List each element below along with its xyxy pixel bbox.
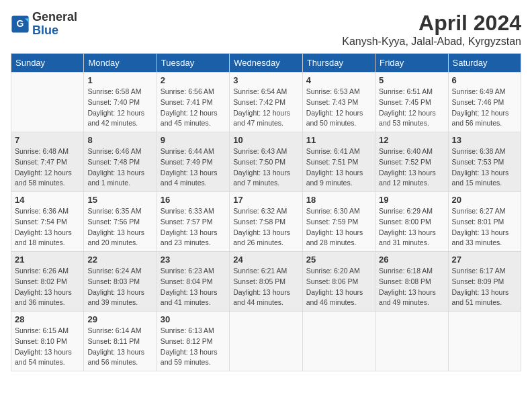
calendar-cell: 18Sunrise: 6:30 AM Sunset: 7:59 PM Dayli… xyxy=(302,192,375,252)
weekday-header-friday: Friday xyxy=(375,54,448,73)
day-info: Sunrise: 6:40 AM Sunset: 7:52 PM Dayligh… xyxy=(379,146,444,189)
calendar-cell: 13Sunrise: 6:38 AM Sunset: 7:53 PM Dayli… xyxy=(448,132,521,192)
day-info: Sunrise: 6:21 AM Sunset: 8:05 PM Dayligh… xyxy=(233,266,298,308)
day-number: 8 xyxy=(87,135,152,145)
day-info: Sunrise: 6:32 AM Sunset: 7:58 PM Dayligh… xyxy=(233,206,298,248)
day-number: 30 xyxy=(161,314,226,324)
calendar-cell: 16Sunrise: 6:33 AM Sunset: 7:57 PM Dayli… xyxy=(157,192,229,252)
calendar-cell: 25Sunrise: 6:20 AM Sunset: 8:06 PM Dayli… xyxy=(302,252,375,312)
location: Kanysh-Kyya, Jalal-Abad, Kyrgyzstan xyxy=(342,36,521,48)
calendar-cell: 7Sunrise: 6:48 AM Sunset: 7:47 PM Daylig… xyxy=(11,132,84,192)
day-info: Sunrise: 6:46 AM Sunset: 7:48 PM Dayligh… xyxy=(87,146,152,189)
calendar-cell: 21Sunrise: 6:26 AM Sunset: 8:02 PM Dayli… xyxy=(11,252,84,312)
day-number: 17 xyxy=(233,195,298,205)
calendar-cell: 5Sunrise: 6:51 AM Sunset: 7:45 PM Daylig… xyxy=(375,73,448,132)
day-info: Sunrise: 6:43 AM Sunset: 7:50 PM Dayligh… xyxy=(233,146,298,189)
calendar-cell xyxy=(11,73,84,132)
day-number: 19 xyxy=(379,195,444,205)
day-info: Sunrise: 6:17 AM Sunset: 8:09 PM Dayligh… xyxy=(452,266,517,308)
day-number: 28 xyxy=(15,314,80,324)
calendar-cell xyxy=(448,312,521,371)
calendar-cell xyxy=(375,312,448,371)
day-number: 27 xyxy=(452,255,517,265)
calendar-cell: 27Sunrise: 6:17 AM Sunset: 8:09 PM Dayli… xyxy=(448,252,521,312)
day-number: 2 xyxy=(161,75,226,85)
calendar-week-row: 14Sunrise: 6:36 AM Sunset: 7:54 PM Dayli… xyxy=(11,192,521,252)
day-number: 5 xyxy=(379,75,444,85)
day-number: 11 xyxy=(306,135,371,145)
calendar-cell: 24Sunrise: 6:21 AM Sunset: 8:05 PM Dayli… xyxy=(230,252,302,312)
day-number: 6 xyxy=(452,75,517,85)
day-info: Sunrise: 6:27 AM Sunset: 8:01 PM Dayligh… xyxy=(452,206,517,248)
day-info: Sunrise: 6:54 AM Sunset: 7:42 PM Dayligh… xyxy=(233,87,298,129)
calendar-cell: 6Sunrise: 6:49 AM Sunset: 7:46 PM Daylig… xyxy=(448,73,521,132)
calendar-week-row: 1Sunrise: 6:58 AM Sunset: 7:40 PM Daylig… xyxy=(11,73,521,132)
calendar-cell xyxy=(230,312,302,371)
day-info: Sunrise: 6:26 AM Sunset: 8:02 PM Dayligh… xyxy=(15,266,80,308)
day-number: 10 xyxy=(233,135,298,145)
day-info: Sunrise: 6:51 AM Sunset: 7:45 PM Dayligh… xyxy=(379,87,444,129)
day-info: Sunrise: 6:24 AM Sunset: 8:03 PM Dayligh… xyxy=(87,266,152,308)
calendar-cell: 1Sunrise: 6:58 AM Sunset: 7:40 PM Daylig… xyxy=(84,73,157,132)
calendar-cell: 12Sunrise: 6:40 AM Sunset: 7:52 PM Dayli… xyxy=(375,132,448,192)
calendar-cell: 11Sunrise: 6:41 AM Sunset: 7:51 PM Dayli… xyxy=(302,132,375,192)
day-number: 12 xyxy=(379,135,444,145)
day-number: 14 xyxy=(15,195,80,205)
day-info: Sunrise: 6:13 AM Sunset: 8:12 PM Dayligh… xyxy=(161,326,226,368)
day-number: 1 xyxy=(87,75,152,85)
day-info: Sunrise: 6:49 AM Sunset: 7:46 PM Dayligh… xyxy=(452,87,517,129)
svg-text:G: G xyxy=(17,18,24,29)
logo-blue: Blue xyxy=(32,24,58,37)
calendar-cell: 26Sunrise: 6:18 AM Sunset: 8:08 PM Dayli… xyxy=(375,252,448,312)
day-info: Sunrise: 6:30 AM Sunset: 7:59 PM Dayligh… xyxy=(306,206,371,248)
day-info: Sunrise: 6:53 AM Sunset: 7:43 PM Dayligh… xyxy=(306,87,371,129)
day-number: 9 xyxy=(161,135,226,145)
title-block: April 2024 Kanysh-Kyya, Jalal-Abad, Kyrg… xyxy=(342,11,521,48)
day-number: 25 xyxy=(306,255,371,265)
logo-text: General Blue xyxy=(32,11,77,38)
day-number: 18 xyxy=(306,195,371,205)
weekday-header-tuesday: Tuesday xyxy=(157,54,229,73)
day-info: Sunrise: 6:18 AM Sunset: 8:08 PM Dayligh… xyxy=(379,266,444,308)
calendar-cell: 4Sunrise: 6:53 AM Sunset: 7:43 PM Daylig… xyxy=(302,73,375,132)
day-number: 29 xyxy=(87,314,152,324)
day-info: Sunrise: 6:56 AM Sunset: 7:41 PM Dayligh… xyxy=(161,87,226,129)
calendar-cell: 17Sunrise: 6:32 AM Sunset: 7:58 PM Dayli… xyxy=(230,192,302,252)
day-number: 13 xyxy=(452,135,517,145)
weekday-header-monday: Monday xyxy=(84,54,157,73)
day-info: Sunrise: 6:15 AM Sunset: 8:10 PM Dayligh… xyxy=(15,326,80,368)
day-info: Sunrise: 6:35 AM Sunset: 7:56 PM Dayligh… xyxy=(87,206,152,248)
calendar-table: SundayMondayTuesdayWednesdayThursdayFrid… xyxy=(11,53,521,371)
page-header: G General Blue April 2024 Kanysh-Kyya, J… xyxy=(11,11,521,48)
day-info: Sunrise: 6:36 AM Sunset: 7:54 PM Dayligh… xyxy=(15,206,80,248)
day-info: Sunrise: 6:33 AM Sunset: 7:57 PM Dayligh… xyxy=(161,206,226,248)
day-info: Sunrise: 6:41 AM Sunset: 7:51 PM Dayligh… xyxy=(306,146,371,189)
calendar-cell: 2Sunrise: 6:56 AM Sunset: 7:41 PM Daylig… xyxy=(157,73,229,132)
calendar-week-row: 21Sunrise: 6:26 AM Sunset: 8:02 PM Dayli… xyxy=(11,252,521,312)
day-info: Sunrise: 6:48 AM Sunset: 7:47 PM Dayligh… xyxy=(15,146,80,189)
day-number: 23 xyxy=(161,255,226,265)
calendar-cell: 8Sunrise: 6:46 AM Sunset: 7:48 PM Daylig… xyxy=(84,132,157,192)
weekday-header-sunday: Sunday xyxy=(11,54,84,73)
day-info: Sunrise: 6:58 AM Sunset: 7:40 PM Dayligh… xyxy=(87,87,152,129)
day-info: Sunrise: 6:44 AM Sunset: 7:49 PM Dayligh… xyxy=(161,146,226,189)
calendar-cell: 20Sunrise: 6:27 AM Sunset: 8:01 PM Dayli… xyxy=(448,192,521,252)
calendar-cell: 9Sunrise: 6:44 AM Sunset: 7:49 PM Daylig… xyxy=(157,132,229,192)
day-number: 20 xyxy=(452,195,517,205)
logo-icon: G xyxy=(11,15,30,34)
weekday-header-row: SundayMondayTuesdayWednesdayThursdayFrid… xyxy=(11,54,521,73)
calendar-cell: 19Sunrise: 6:29 AM Sunset: 8:00 PM Dayli… xyxy=(375,192,448,252)
calendar-cell: 30Sunrise: 6:13 AM Sunset: 8:12 PM Dayli… xyxy=(157,312,229,371)
day-number: 16 xyxy=(161,195,226,205)
logo-general: General xyxy=(32,10,77,24)
calendar-cell: 22Sunrise: 6:24 AM Sunset: 8:03 PM Dayli… xyxy=(84,252,157,312)
day-number: 24 xyxy=(233,255,298,265)
calendar-cell xyxy=(302,312,375,371)
day-number: 3 xyxy=(233,75,298,85)
day-info: Sunrise: 6:20 AM Sunset: 8:06 PM Dayligh… xyxy=(306,266,371,308)
weekday-header-wednesday: Wednesday xyxy=(230,54,302,73)
day-number: 15 xyxy=(87,195,152,205)
day-number: 7 xyxy=(15,135,80,145)
calendar-week-row: 28Sunrise: 6:15 AM Sunset: 8:10 PM Dayli… xyxy=(11,312,521,371)
day-number: 4 xyxy=(306,75,371,85)
